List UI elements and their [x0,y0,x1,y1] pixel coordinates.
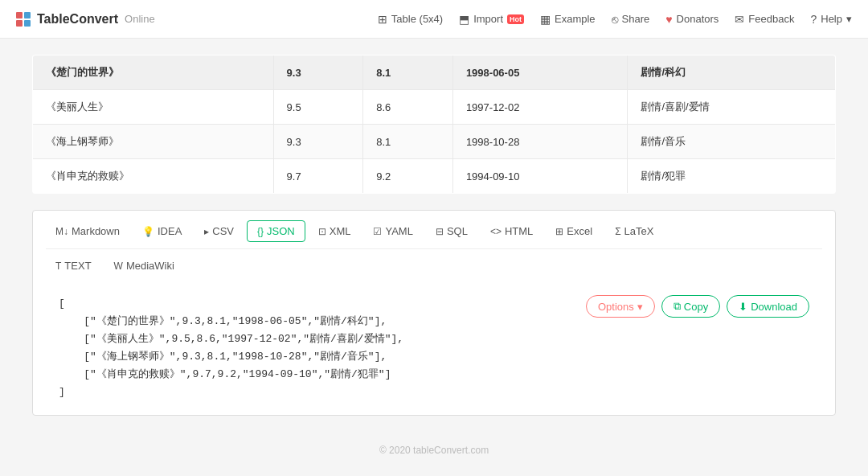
nav-table[interactable]: ⊞ Table (5x4) [378,13,443,26]
markdown-tab-label: Markdown [72,225,120,237]
download-button[interactable]: ⬇ Download [727,295,809,318]
options-chevron-icon: ▾ [637,301,643,313]
feedback-icon: ✉ [735,13,744,26]
col-header-3: 1998-06-05 [452,55,628,90]
table-cell: 《肖申克的救赎》 [33,159,274,194]
table-cell: 剧情/犯罪 [628,159,836,194]
nav-example[interactable]: ▦ Example [540,13,596,26]
table-cell: 剧情/音乐 [628,125,836,159]
table-cell: 《海上钢琴师》 [33,125,274,159]
format-tab-text[interactable]: TTEXT [46,256,101,276]
table-cell: 9.3 [273,125,363,159]
header: TableConvert Online ⊞ Table (5x4) ⬒ Impo… [0,0,868,39]
format-tabs-row1: M↓Markdown💡IDEA▸CSV{}JSON⊡XML☑YAML⊟SQL<>… [46,220,822,249]
share-icon: ⎋ [612,13,618,26]
format-tab-sql[interactable]: ⊟SQL [426,220,477,242]
format-tab-mediawiki[interactable]: WMediaWiki [104,256,184,276]
mediawiki-tab-label: MediaWiki [126,260,174,272]
nav-donators-label: Donators [677,13,719,25]
logo-sub: Online [125,13,155,25]
mediawiki-tab-icon: W [114,261,123,272]
xml-tab-label: XML [330,225,351,237]
format-tab-excel[interactable]: ⊞Excel [546,220,602,242]
logo: TableConvert Online [16,12,155,27]
table-cell: 1998-10-28 [452,125,628,159]
table-header-row: 《楚门的世界》 9.3 8.1 1998-06-05 剧情/科幻 [33,55,836,90]
format-tab-markdown[interactable]: M↓Markdown [46,220,129,242]
nav-import-label: Import [473,13,503,25]
table-cell: 8.6 [363,90,453,125]
format-tab-json[interactable]: {}JSON [247,220,305,242]
nav-example-label: Example [555,13,596,25]
latex-tab-icon: Σ [615,226,620,237]
options-button[interactable]: Options ▾ [586,295,655,318]
format-tab-yaml[interactable]: ☑YAML [363,220,422,242]
html-tab-icon: <> [490,226,502,237]
copy-button[interactable]: ⧉ Copy [661,295,720,318]
code-output-area: Options ▾ ⧉ Copy ⬇ Download [ ["《楚门的世界》"… [46,282,822,415]
nav-share[interactable]: ⎋ Share [612,13,650,26]
footer: © 2020 tableConvert.com [0,432,868,469]
excel-tab-icon: ⊞ [555,226,563,237]
html-tab-label: HTML [505,225,533,237]
format-tab-xml[interactable]: ⊡XML [309,220,361,242]
heart-icon: ♥ [665,13,672,26]
copy-icon: ⧉ [674,300,681,313]
text-tab-icon: T [55,261,61,272]
yaml-tab-icon: ☑ [373,226,382,237]
table-cell: 1994-09-10 [452,159,628,194]
nav-import[interactable]: ⬒ Import Hot [459,13,524,26]
options-label: Options [598,301,634,313]
table-icon: ⊞ [378,13,387,26]
download-icon: ⬇ [739,301,747,313]
format-tabs-row2: TTEXTWMediaWiki [46,249,822,282]
sql-tab-label: SQL [447,225,468,237]
chevron-down-icon: ▾ [846,13,852,25]
nav-feedback-label: Feedback [748,13,794,25]
nav-help-label: Help [821,13,842,25]
markdown-tab-icon: M↓ [55,226,68,237]
import-icon: ⬒ [459,13,469,26]
col-header-4: 剧情/科幻 [628,55,836,90]
nav-donators[interactable]: ♥ Donators [665,13,719,26]
idea-tab-icon: 💡 [142,226,154,237]
example-icon: ▦ [540,13,551,26]
latex-tab-label: LaTeX [624,225,654,237]
nav-table-label: Table (5x4) [391,13,443,25]
col-header-2: 8.1 [363,55,453,90]
nav-help[interactable]: ? Help ▾ [810,13,852,26]
data-table: 《楚门的世界》 9.3 8.1 1998-06-05 剧情/科幻 《美丽人生》9… [32,55,836,194]
format-panel: M↓Markdown💡IDEA▸CSV{}JSON⊡XML☑YAML⊟SQL<>… [32,210,836,416]
csv-tab-icon: ▸ [204,226,209,237]
col-header-1: 9.3 [273,55,363,90]
text-tab-label: TEXT [64,260,91,272]
table-cell: 1997-12-02 [452,90,628,125]
table-cell: 9.7 [273,159,363,194]
col-header-0: 《楚门的世界》 [33,55,274,90]
table-cell: 剧情/喜剧/爱情 [628,90,836,125]
table-cell: 9.5 [273,90,363,125]
action-buttons: Options ▾ ⧉ Copy ⬇ Download [586,295,809,318]
format-tab-csv[interactable]: ▸CSV [194,220,244,242]
table-cell: 《美丽人生》 [33,90,274,125]
table-row: 《肖申克的救赎》9.79.21994-09-10剧情/犯罪 [33,159,836,194]
table-cell: 8.1 [363,125,453,159]
table-cell: 9.2 [363,159,453,194]
format-tab-html[interactable]: <>HTML [481,220,542,242]
nav-share-label: Share [622,13,650,25]
xml-tab-icon: ⊡ [318,226,326,237]
main-nav: ⊞ Table (5x4) ⬒ Import Hot ▦ Example ⎋ S… [378,13,852,26]
excel-tab-label: Excel [567,225,592,237]
json-tab-icon: {} [257,226,264,237]
idea-tab-label: IDEA [158,225,182,237]
csv-tab-label: CSV [212,225,234,237]
table-row: 《美丽人生》9.58.61997-12-02剧情/喜剧/爱情 [33,90,836,125]
sql-tab-icon: ⊟ [436,226,444,237]
format-tab-latex[interactable]: ΣLaTeX [605,220,663,242]
format-tab-idea[interactable]: 💡IDEA [133,220,191,242]
footer-text: © 2020 tableConvert.com [379,445,489,456]
table-row: 《海上钢琴师》9.38.11998-10-28剧情/音乐 [33,125,836,159]
nav-feedback[interactable]: ✉ Feedback [735,13,794,26]
copy-label: Copy [684,301,708,313]
help-icon: ? [810,13,817,26]
